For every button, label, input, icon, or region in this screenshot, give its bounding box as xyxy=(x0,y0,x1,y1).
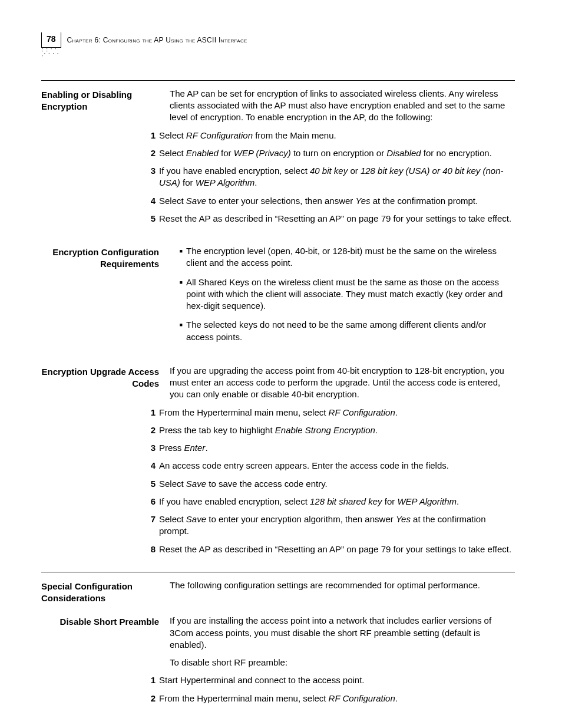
body-enabling-encryption: The AP can be set for encryption of link… xyxy=(170,88,515,130)
body-disable-preamble: If you are installing the access point i… xyxy=(170,615,515,674)
step-1: 1 Select RF Configuration from the Main … xyxy=(143,130,515,141)
heading-disable-preamble: Disable Short Preamble xyxy=(41,615,159,674)
steps-enabling-encryption: 1 Select RF Configuration from the Main … xyxy=(41,130,515,231)
decorative-dots: · · · · · · · · · · · xyxy=(42,48,61,57)
pre-step-2: 2 From the Hyperterminal main menu, sele… xyxy=(143,693,515,704)
heading-encryption-config-reqs: Encryption Configuration Requirements xyxy=(41,245,159,350)
step-3: 3 If you have enabled encryption, select… xyxy=(143,165,515,189)
bullet-2: ■All Shared Keys on the wireless client … xyxy=(170,276,515,312)
para-upgrade-intro: If you are upgrading the access point fr… xyxy=(170,365,515,401)
steps-encryption-upgrade: 1 From the Hyperterminal main menu, sele… xyxy=(41,407,515,561)
step-4: 4 Select Save to enter your selections, … xyxy=(143,195,515,207)
step-5: 5 Reset the AP as described in “Resettin… xyxy=(143,213,515,225)
up-step-2: 2 Press the tab key to highlight Enable … xyxy=(143,424,515,436)
body-encryption-config-reqs: ■The encryption level (open, 40-bit, or … xyxy=(170,245,515,350)
bullet-1: ■The encryption level (open, 40-bit, or … xyxy=(170,245,515,269)
para-preamble-1: If you are installing the access point i… xyxy=(170,615,515,651)
para-special-intro: The following configuration settings are… xyxy=(170,579,515,591)
up-step-7: 7 Select Save to enter your encryption a… xyxy=(143,513,515,538)
up-step-8: 8 Reset the AP as described in “Resettin… xyxy=(143,543,515,555)
up-step-5: 5 Select Save to save the access code en… xyxy=(143,478,515,490)
up-step-4: 4 An access code entry screen appears. E… xyxy=(143,460,515,472)
para-preamble-2: To disable short RF preamble: xyxy=(170,657,515,668)
para-intro: The AP can be set for encryption of link… xyxy=(170,88,515,124)
pre-step-1: 1 Start Hyperterminal and connect to the… xyxy=(143,674,515,686)
heading-encryption-upgrade: Encryption Upgrade Access Codes xyxy=(41,365,159,407)
section-enabling-encryption: Enabling or Disabling Encryption The AP … xyxy=(41,80,515,230)
body-special-config: The following configuration settings are… xyxy=(170,579,515,605)
subsection-disable-preamble: Disable Short Preamble If you are instal… xyxy=(41,615,515,710)
up-step-3: 3 Press Enter. xyxy=(143,442,515,454)
heading-enabling-encryption: Enabling or Disabling Encryption xyxy=(41,88,159,130)
section-special-config: Special Configuration Considerations The… xyxy=(41,572,515,605)
steps-disable-preamble: 1 Start Hyperterminal and connect to the… xyxy=(41,674,515,710)
heading-special-config: Special Configuration Considerations xyxy=(41,579,159,605)
body-encryption-upgrade: If you are upgrading the access point fr… xyxy=(170,365,515,407)
page-number: 78 xyxy=(47,34,56,44)
up-step-1: 1 From the Hyperterminal main menu, sele… xyxy=(143,407,515,419)
subsection-encryption-upgrade: Encryption Upgrade Access Codes If you a… xyxy=(41,365,515,561)
page-number-box: 78 · · · · · · · · · · · xyxy=(41,32,61,48)
subsection-encryption-config-reqs: Encryption Configuration Requirements ■T… xyxy=(41,245,515,350)
bullet-3: ■The selected keys do not need to be the… xyxy=(170,319,515,343)
page-header: 78 · · · · · · · · · · · Chapter 6: Conf… xyxy=(41,32,515,48)
step-2: 2 Select Enabled for WEP (Privacy) to tu… xyxy=(143,147,515,159)
chapter-title: Chapter 6: Configuring the AP Using the … xyxy=(67,35,247,45)
up-step-6: 6 If you have enabled encryption, select… xyxy=(143,496,515,508)
